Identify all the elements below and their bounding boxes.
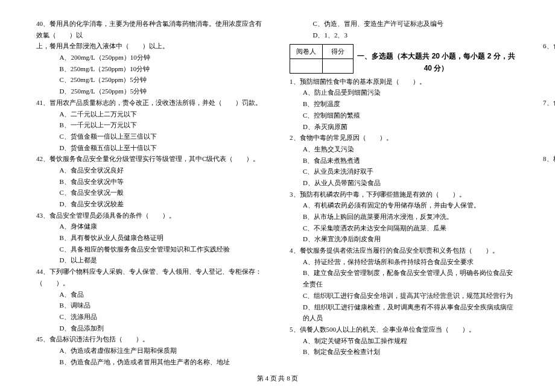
- q41-opt-d: D、货值金额五倍以上至十倍以下: [60, 142, 266, 154]
- q40-opt-c: C、250mg/L（250ppm）5分钟: [60, 74, 266, 86]
- q43-opt-b: B、具有餐饮从业人员健康合格证明: [60, 232, 266, 244]
- q45-opt-d: D、1、2、3: [313, 30, 519, 41]
- m4-stem: 4、餐饮服务提供者依法应当履行的食品安全职责和义务包括（ ）。: [290, 245, 519, 256]
- m2-opt-c: C、从业员未洗消好双手: [303, 166, 519, 177]
- m1-opt-a: A、防止食品受到细菌污染: [303, 87, 519, 98]
- m3-opt-c: C、不采集喷洒农药未达安全间隔期的蔬菜、瓜果: [303, 223, 519, 234]
- score-cell-points[interactable]: [323, 59, 354, 74]
- page-footer: 第 4 页 共 8 页: [36, 373, 519, 384]
- q42-opt-b: B、食品安全状况中等: [60, 176, 266, 188]
- m4-opt-d: D、组织职工进行健康检查，及时调离患有不得从事食品安全疾病或病症的人员: [303, 302, 519, 324]
- section-header-row: 阅卷人 得分 一、多选题（本大题共 20 小题，每小题 2 分，共 40 分）: [290, 40, 519, 75]
- m4-opt-b: B、建立食品安全管理制度，配备食品安全管理人员，明确各岗位食品安全责任: [303, 267, 519, 289]
- m5-opt-b: B、制定食品安全检查计划: [303, 346, 519, 358]
- m3-opt-a: A、有机磷农药必须有固定的专用储存场所，并由专人保管。: [303, 200, 519, 211]
- m5-stem: 5、供餐人数500人以上的机关、企事业单位食堂应当（ ）。: [290, 324, 519, 335]
- m7-stem: 7、食品加工过程中，下列哪些情况可造成食品被细菌污染（ ）。: [543, 97, 555, 109]
- q41-opt-c: C、货值金额一倍以上至三倍以下: [60, 131, 266, 142]
- m1-stem: 1、预防细菌性食中毒的基本原则是（ ）。: [290, 76, 519, 87]
- q41-stem: 41、冒用农产品质量标志的，责令改正，没收违法所得，并处（ ）罚款。: [36, 97, 265, 109]
- q44-stem: 44、下列哪个物料应专人采购、专人保管、专人领用、专人登记、专柜保存：（ ）。: [36, 266, 265, 288]
- q45-stem: 45、食品标识违法行为包括（ ）。: [36, 334, 265, 345]
- q45-opt-c: C、伪造、冒用、变造生产许可证标志及编号: [313, 18, 519, 30]
- m8-stem: 8、标识的标注方法正确的是：（ ）。: [543, 153, 555, 165]
- q40-opt-d: D、250mg/L（250ppm）5分钟: [60, 86, 266, 97]
- q45-opt-b: B、伪造食品产地，伪造或者冒用其他生产者的名称、地址: [60, 356, 266, 368]
- m3-opt-d: D、水果宜洗净后削皮食用: [303, 233, 519, 245]
- score-header-reviewer: 阅卷人: [290, 45, 323, 59]
- q45-opt-a: A、伪造或者虚假标注生产日期和保质期: [60, 345, 266, 356]
- q41-opt-b: B、一千元以上一万元以下: [60, 119, 266, 131]
- m1-opt-b: B、控制温度: [303, 98, 519, 110]
- q44-opt-c: C、洗涤用品: [60, 311, 266, 323]
- m1-opt-d: D、杀灭病原菌: [303, 121, 519, 133]
- q44-opt-a: A、食品: [60, 289, 266, 300]
- m3-opt-b: B、从市场上购回的蔬菜要用清水浸泡，反复冲洗。: [303, 211, 519, 223]
- q40-opt-b: B、250mg/L（250ppm）10分钟: [60, 63, 266, 75]
- q40-opt-a: A、200mg/L（250ppm）10分钟: [60, 52, 266, 63]
- exam-page: 40、餐用具的化学消毒，主要为使用各种含氯消毒药物消毒。使用浓度应含有效氯（ ）…: [36, 18, 519, 368]
- section-title: 一、多选题（本大题共 20 小题，每小题 2 分，共 40 分）: [354, 50, 519, 75]
- m4-opt-c: C、组织职工进行食品安全培训，提高其守法经营意识，规范其经营行为: [303, 290, 519, 302]
- m6-stem: 6、食品安全信用档案内容包括（ ）。: [543, 40, 555, 52]
- q44-opt-d: D、食品添加剂: [60, 323, 266, 334]
- m1-opt-c: C、控制细菌的繁殖: [303, 110, 519, 121]
- q40-stem-line1: 40、餐用具的化学消毒，主要为使用各种含氯消毒药物消毒。使用浓度应含有效氯（ ）…: [36, 18, 265, 40]
- q43-opt-d: D、以上都是: [60, 254, 266, 266]
- q42-opt-d: D、食品安全状况较差: [60, 198, 266, 210]
- q43-opt-c: C、具备相应的餐饮服务食品安全管理知识和工作实践经验: [60, 244, 266, 255]
- m2-stem: 2、食物中毒的常见原因（ ）。: [290, 132, 519, 144]
- score-cell-reviewer[interactable]: [290, 59, 323, 74]
- m3-stem: 3、预防有机磷农药中毒，下列哪些措施是有效的（ ）。: [290, 189, 519, 200]
- score-header-points: 得分: [323, 45, 354, 59]
- m4-opt-a: A、持证经营，保持经营场所和条件持续符合食品安全要求: [303, 256, 519, 268]
- q44-opt-b: B、调味品: [60, 300, 266, 311]
- m5-opt-a: A、制定关键环节食品加工操作规程: [303, 335, 519, 347]
- q42-opt-a: A、食品安全状况良好: [60, 165, 266, 176]
- m2-opt-a: A、生熟交叉污染: [303, 144, 519, 155]
- q42-opt-c: C、食品安全状况一般: [60, 187, 266, 198]
- q43-stem: 43、食品安全管理员必须具备的条件（ ）。: [36, 210, 265, 221]
- q41-opt-a: A、二千元以上二万元以下: [60, 109, 266, 120]
- score-table: 阅卷人 得分: [290, 44, 354, 73]
- q43-opt-a: A、身体健康: [60, 221, 266, 232]
- m2-opt-b: B、食品未煮熟煮透: [303, 155, 519, 166]
- m2-opt-d: D、从业人员带菌污染食品: [303, 177, 519, 189]
- q40-stem-line2: 上，餐用具全部浸泡入液体中（ ）以上。: [36, 40, 265, 52]
- q42-stem: 42、餐饮服务食品安全量化分级管理实行等级管理，其中C级代表（ ）。: [36, 153, 265, 165]
